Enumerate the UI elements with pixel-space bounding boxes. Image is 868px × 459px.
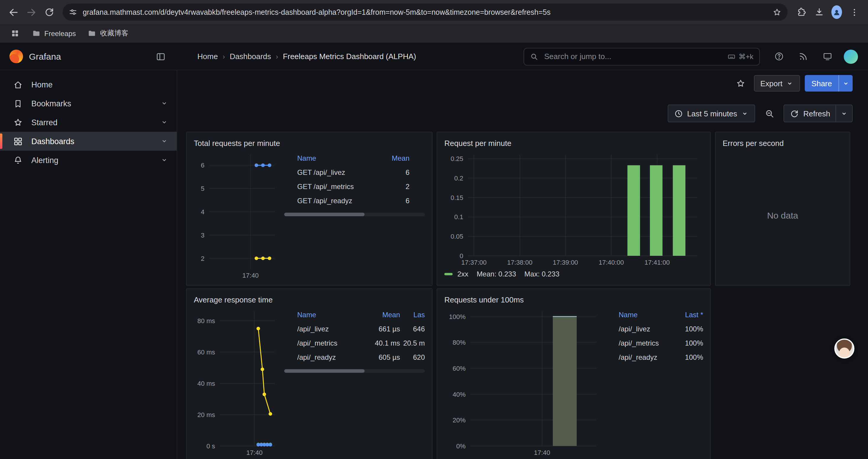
help-icon[interactable] (771, 48, 787, 65)
sidebar: Home Bookmarks Starred Dashboards (0, 70, 177, 459)
grafana-header: Grafana Home › Dashboards › Freeleaps Me… (0, 43, 868, 70)
chevron-down-icon[interactable] (160, 137, 168, 145)
zoom-out-icon[interactable] (761, 105, 778, 122)
forward-icon[interactable] (23, 3, 40, 21)
svg-text:60 ms: 60 ms (197, 349, 215, 356)
chevron-down-icon[interactable] (160, 156, 168, 164)
bookmark-star-icon[interactable] (772, 7, 782, 17)
tv-mode-icon[interactable] (819, 48, 836, 65)
legend-header-mean[interactable]: Mean (382, 154, 409, 162)
legend-row[interactable]: /api/_metrics 40.1 ms 20.5 m (284, 336, 425, 350)
bookmark-folder-freeleaps[interactable]: Freeleaps (27, 27, 81, 40)
panel-title[interactable]: Requests under 100ms (444, 292, 703, 306)
sidebar-item-label: Dashboards (31, 137, 74, 145)
sidebar-item-home[interactable]: Home (0, 75, 177, 94)
sidebar-item-label: Bookmarks (31, 99, 71, 108)
panel-errors-per-second: Errors per second No data (715, 132, 850, 286)
share-button[interactable]: Share (805, 75, 852, 92)
panel-requests-under-100ms: Requests under 100ms 17:40100%80%60%40%2… (437, 288, 711, 459)
address-bar[interactable]: grafana.mathmast.com/d/deytv4rwavabkb/fr… (63, 4, 788, 21)
legend-header-last[interactable]: Last * (674, 311, 703, 319)
back-icon[interactable] (5, 3, 23, 21)
clock-icon (674, 109, 683, 118)
legend-table: Name Mean GET /api/_livez 6 GET /api/_me… (284, 150, 425, 281)
legend-row[interactable]: /api/_readyz 100% (606, 350, 703, 364)
home-icon (13, 79, 23, 90)
refresh-button[interactable]: Refresh (784, 104, 852, 122)
chevron-down-icon[interactable] (160, 99, 168, 107)
svg-text:80%: 80% (453, 339, 466, 346)
panel-title[interactable]: Request per minute (444, 136, 703, 150)
svg-text:0.15: 0.15 (451, 194, 463, 201)
search-box[interactable]: ⌘+k (524, 47, 760, 65)
legend-header-mean[interactable]: Mean (365, 311, 400, 319)
legend-row[interactable]: /api/_metrics 100% (606, 336, 703, 350)
bookmark-label: Freeleaps (44, 29, 76, 37)
reload-icon[interactable] (40, 3, 58, 21)
legend-row[interactable]: GET /api/_readyz 6 (284, 194, 425, 208)
favorite-star-icon[interactable] (733, 75, 749, 92)
extensions-icon[interactable] (793, 3, 810, 21)
sidebar-item-alerting[interactable]: Alerting (0, 151, 177, 169)
sidebar-item-dashboards[interactable]: Dashboards (0, 132, 177, 151)
grafana-logo[interactable] (9, 50, 23, 63)
legend-item-2xx[interactable]: 2xx (444, 270, 468, 278)
svg-text:20 ms: 20 ms (197, 411, 215, 419)
folder-icon (32, 29, 41, 38)
legend-row[interactable]: GET /api/_metrics 2 (284, 179, 425, 194)
panel-title[interactable]: Total requests per minute (194, 136, 425, 150)
refresh-interval-chevron[interactable] (836, 105, 852, 122)
folder-icon (88, 29, 97, 38)
breadcrumb-home[interactable]: Home (197, 52, 218, 61)
time-range-picker[interactable]: Last 5 minutes (668, 104, 755, 122)
chevron-down-icon[interactable] (160, 118, 168, 126)
share-menu-chevron[interactable] (838, 75, 852, 92)
svg-text:17:39:00: 17:39:00 (553, 259, 578, 266)
legend-header-last[interactable]: Las (400, 311, 425, 319)
breadcrumb-dashboards[interactable]: Dashboards (229, 52, 271, 61)
search-input[interactable] (543, 52, 723, 61)
site-settings-icon[interactable] (68, 8, 78, 17)
apps-grid-icon[interactable] (7, 26, 23, 41)
panel-title[interactable]: Errors per second (723, 136, 843, 150)
chart-legend: 2xx Mean: 0.233 Max: 0.233 (444, 268, 703, 281)
legend-row[interactable]: GET /api/_livez 6 (284, 165, 425, 179)
total-requests-chart: 17:4065432 (194, 150, 281, 281)
bookmark-folder-blogs[interactable]: 收藏博客 (83, 27, 133, 40)
assistant-extension-avatar[interactable] (834, 338, 855, 359)
legend-row[interactable]: /api/_livez 661 µs 646 (284, 322, 425, 336)
requests-per-minute-chart: 17:37:0017:38:0017:39:0017:40:0017:41:00… (444, 150, 703, 268)
refresh-icon (790, 109, 799, 118)
sidebar-item-starred[interactable]: Starred (0, 113, 177, 132)
panel-title[interactable]: Average response time (194, 292, 425, 306)
browser-menu-kebab-icon[interactable] (845, 3, 863, 21)
legend-scrollbar[interactable] (284, 369, 425, 373)
leg​end-header-name[interactable]: Name (297, 311, 365, 319)
legend-header-name[interactable]: Name (297, 154, 382, 162)
time-controls: Last 5 minutes Refresh (668, 104, 852, 122)
keyboard-icon (727, 52, 736, 61)
bookmark-label: 收藏博客 (100, 28, 128, 38)
svg-text:4: 4 (201, 208, 205, 216)
svg-text:60%: 60% (453, 365, 466, 372)
download-icon[interactable] (810, 3, 828, 21)
search-icon (530, 52, 538, 61)
sidebar-item-bookmarks[interactable]: Bookmarks (0, 94, 177, 113)
legend-scrollbar[interactable] (284, 213, 425, 216)
svg-text:17:38:00: 17:38:00 (507, 259, 533, 266)
user-profile-avatar[interactable] (843, 48, 859, 65)
legend-row[interactable]: /api/_readyz 605 µs 620 (284, 350, 425, 364)
news-rss-icon[interactable] (795, 48, 811, 65)
no-data-message: No data (723, 150, 843, 281)
panel-requests-per-minute: Request per minute 17:37:0017:38:0017:39… (437, 132, 711, 286)
star-icon (13, 117, 23, 127)
legend-row[interactable]: /api/_livez 100% (606, 322, 703, 336)
under-100ms-chart: 17:40100%80%60%40%20%0% (444, 306, 602, 458)
export-button[interactable]: Export (754, 75, 800, 92)
legend-header-name[interactable]: Name (619, 311, 674, 319)
sidebar-item-label: Alerting (31, 156, 59, 165)
mega-menu-dock-icon[interactable] (152, 48, 169, 65)
browser-profile-avatar[interactable] (828, 3, 845, 21)
breadcrumb-current: Freeleaps Metrics Dashboard (ALPHA) (283, 52, 416, 61)
legend-max-value: Max: 0.233 (524, 270, 560, 278)
